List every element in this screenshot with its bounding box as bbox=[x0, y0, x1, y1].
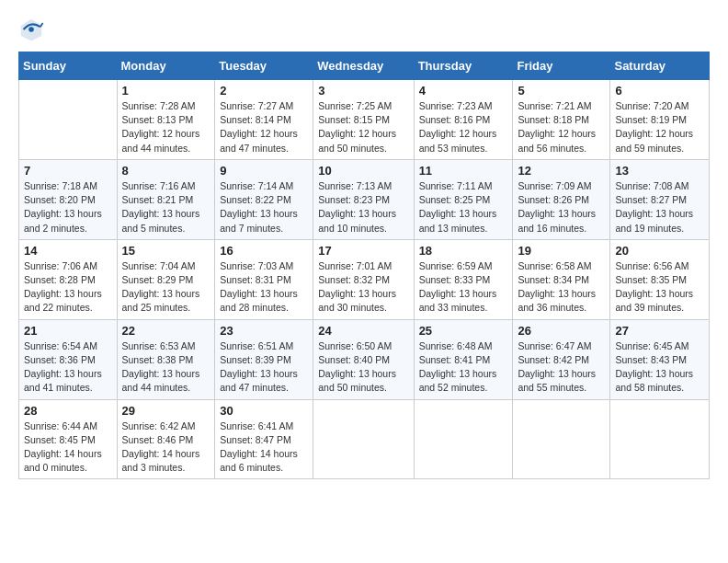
calendar-cell: 12Sunrise: 7:09 AM Sunset: 8:26 PM Dayli… bbox=[513, 159, 610, 239]
calendar-cell bbox=[513, 399, 610, 479]
logo bbox=[18, 17, 48, 42]
day-info: Sunrise: 7:27 AM Sunset: 8:14 PM Dayligh… bbox=[220, 99, 308, 155]
calendar-cell: 7Sunrise: 7:18 AM Sunset: 8:20 PM Daylig… bbox=[19, 159, 118, 239]
day-number: 16 bbox=[220, 244, 308, 258]
day-info: Sunrise: 7:14 AM Sunset: 8:22 PM Dayligh… bbox=[220, 179, 308, 236]
calendar-header-tuesday: Tuesday bbox=[215, 52, 313, 80]
calendar-cell: 21Sunrise: 6:54 AM Sunset: 8:36 PM Dayli… bbox=[19, 319, 118, 399]
calendar-cell: 8Sunrise: 7:16 AM Sunset: 8:21 PM Daylig… bbox=[117, 159, 215, 239]
day-number: 3 bbox=[318, 84, 408, 98]
day-number: 6 bbox=[615, 84, 704, 98]
day-number: 9 bbox=[220, 164, 308, 178]
day-info: Sunrise: 6:44 AM Sunset: 8:45 PM Dayligh… bbox=[24, 419, 112, 476]
day-info: Sunrise: 7:03 AM Sunset: 8:31 PM Dayligh… bbox=[220, 259, 308, 316]
calendar-header-saturday: Saturday bbox=[610, 52, 710, 80]
day-number: 25 bbox=[419, 324, 508, 338]
calendar-cell: 10Sunrise: 7:13 AM Sunset: 8:23 PM Dayli… bbox=[313, 159, 414, 239]
calendar-header-row: SundayMondayTuesdayWednesdayThursdayFrid… bbox=[19, 52, 710, 80]
day-number: 27 bbox=[615, 324, 704, 338]
calendar-cell: 1Sunrise: 7:28 AM Sunset: 8:13 PM Daylig… bbox=[117, 80, 215, 160]
header bbox=[18, 17, 710, 42]
day-info: Sunrise: 7:09 AM Sunset: 8:26 PM Dayligh… bbox=[518, 179, 605, 236]
calendar-header-wednesday: Wednesday bbox=[313, 52, 414, 80]
day-info: Sunrise: 7:01 AM Sunset: 8:32 PM Dayligh… bbox=[318, 259, 408, 316]
calendar-cell: 16Sunrise: 7:03 AM Sunset: 8:31 PM Dayli… bbox=[215, 239, 313, 319]
svg-point-1 bbox=[28, 27, 34, 32]
day-info: Sunrise: 7:13 AM Sunset: 8:23 PM Dayligh… bbox=[318, 179, 408, 236]
calendar-cell bbox=[313, 399, 414, 479]
calendar-cell: 13Sunrise: 7:08 AM Sunset: 8:27 PM Dayli… bbox=[610, 159, 710, 239]
calendar-cell: 5Sunrise: 7:21 AM Sunset: 8:18 PM Daylig… bbox=[513, 80, 610, 160]
day-info: Sunrise: 6:53 AM Sunset: 8:38 PM Dayligh… bbox=[122, 339, 210, 396]
calendar-cell: 3Sunrise: 7:25 AM Sunset: 8:15 PM Daylig… bbox=[313, 80, 414, 160]
calendar-cell: 20Sunrise: 6:56 AM Sunset: 8:35 PM Dayli… bbox=[610, 239, 710, 319]
calendar-cell: 6Sunrise: 7:20 AM Sunset: 8:19 PM Daylig… bbox=[610, 80, 710, 160]
calendar-cell: 22Sunrise: 6:53 AM Sunset: 8:38 PM Dayli… bbox=[117, 319, 215, 399]
calendar-cell: 18Sunrise: 6:59 AM Sunset: 8:33 PM Dayli… bbox=[414, 239, 513, 319]
day-number: 22 bbox=[122, 324, 210, 338]
day-number: 15 bbox=[122, 244, 210, 258]
calendar-cell: 11Sunrise: 7:11 AM Sunset: 8:25 PM Dayli… bbox=[414, 159, 513, 239]
day-info: Sunrise: 7:25 AM Sunset: 8:15 PM Dayligh… bbox=[318, 99, 408, 155]
calendar-header-sunday: Sunday bbox=[19, 52, 118, 80]
day-number: 10 bbox=[318, 164, 408, 178]
day-number: 30 bbox=[220, 404, 308, 418]
day-info: Sunrise: 7:11 AM Sunset: 8:25 PM Dayligh… bbox=[419, 179, 508, 236]
calendar-cell: 15Sunrise: 7:04 AM Sunset: 8:29 PM Dayli… bbox=[117, 239, 215, 319]
day-number: 26 bbox=[518, 324, 605, 338]
calendar-header-friday: Friday bbox=[513, 52, 610, 80]
calendar-cell bbox=[610, 399, 710, 479]
day-info: Sunrise: 6:56 AM Sunset: 8:35 PM Dayligh… bbox=[615, 259, 704, 316]
day-info: Sunrise: 7:20 AM Sunset: 8:19 PM Dayligh… bbox=[615, 99, 704, 155]
calendar-cell: 30Sunrise: 6:41 AM Sunset: 8:47 PM Dayli… bbox=[215, 399, 313, 479]
calendar-cell: 14Sunrise: 7:06 AM Sunset: 8:28 PM Dayli… bbox=[19, 239, 118, 319]
day-info: Sunrise: 6:45 AM Sunset: 8:43 PM Dayligh… bbox=[615, 339, 704, 396]
day-info: Sunrise: 7:04 AM Sunset: 8:29 PM Dayligh… bbox=[122, 259, 210, 316]
calendar-cell: 2Sunrise: 7:27 AM Sunset: 8:14 PM Daylig… bbox=[215, 80, 313, 160]
page: SundayMondayTuesdayWednesdayThursdayFrid… bbox=[0, 0, 728, 563]
day-info: Sunrise: 6:58 AM Sunset: 8:34 PM Dayligh… bbox=[518, 259, 605, 316]
day-number: 5 bbox=[518, 84, 605, 98]
day-info: Sunrise: 6:51 AM Sunset: 8:39 PM Dayligh… bbox=[220, 339, 308, 396]
day-number: 2 bbox=[220, 84, 308, 98]
calendar-cell: 25Sunrise: 6:48 AM Sunset: 8:41 PM Dayli… bbox=[414, 319, 513, 399]
day-info: Sunrise: 7:16 AM Sunset: 8:21 PM Dayligh… bbox=[122, 179, 210, 236]
day-number: 20 bbox=[615, 244, 704, 258]
day-number: 23 bbox=[220, 324, 308, 338]
calendar-cell bbox=[19, 80, 118, 160]
day-info: Sunrise: 6:47 AM Sunset: 8:42 PM Dayligh… bbox=[518, 339, 605, 396]
calendar-week-3: 21Sunrise: 6:54 AM Sunset: 8:36 PM Dayli… bbox=[19, 319, 710, 399]
calendar-cell: 27Sunrise: 6:45 AM Sunset: 8:43 PM Dayli… bbox=[610, 319, 710, 399]
day-number: 17 bbox=[318, 244, 408, 258]
logo-icon bbox=[18, 17, 44, 42]
day-number: 12 bbox=[518, 164, 605, 178]
calendar-cell bbox=[414, 399, 513, 479]
calendar-cell: 26Sunrise: 6:47 AM Sunset: 8:42 PM Dayli… bbox=[513, 319, 610, 399]
calendar-cell: 19Sunrise: 6:58 AM Sunset: 8:34 PM Dayli… bbox=[513, 239, 610, 319]
day-number: 1 bbox=[122, 84, 210, 98]
calendar-header-monday: Monday bbox=[117, 52, 215, 80]
day-info: Sunrise: 6:48 AM Sunset: 8:41 PM Dayligh… bbox=[419, 339, 508, 396]
calendar-header-thursday: Thursday bbox=[414, 52, 513, 80]
calendar-cell: 9Sunrise: 7:14 AM Sunset: 8:22 PM Daylig… bbox=[215, 159, 313, 239]
calendar-cell: 23Sunrise: 6:51 AM Sunset: 8:39 PM Dayli… bbox=[215, 319, 313, 399]
day-info: Sunrise: 7:06 AM Sunset: 8:28 PM Dayligh… bbox=[24, 259, 112, 316]
calendar-cell: 28Sunrise: 6:44 AM Sunset: 8:45 PM Dayli… bbox=[19, 399, 118, 479]
calendar-week-4: 28Sunrise: 6:44 AM Sunset: 8:45 PM Dayli… bbox=[19, 399, 710, 479]
day-number: 24 bbox=[318, 324, 408, 338]
day-number: 28 bbox=[24, 404, 112, 418]
day-number: 11 bbox=[419, 164, 508, 178]
day-number: 14 bbox=[24, 244, 112, 258]
day-number: 21 bbox=[24, 324, 112, 338]
day-number: 13 bbox=[615, 164, 704, 178]
day-info: Sunrise: 7:28 AM Sunset: 8:13 PM Dayligh… bbox=[122, 99, 210, 155]
day-info: Sunrise: 7:21 AM Sunset: 8:18 PM Dayligh… bbox=[518, 99, 605, 155]
day-info: Sunrise: 7:18 AM Sunset: 8:20 PM Dayligh… bbox=[24, 179, 112, 236]
calendar-cell: 29Sunrise: 6:42 AM Sunset: 8:46 PM Dayli… bbox=[117, 399, 215, 479]
calendar-table: SundayMondayTuesdayWednesdayThursdayFrid… bbox=[18, 52, 710, 479]
day-info: Sunrise: 6:42 AM Sunset: 8:46 PM Dayligh… bbox=[122, 419, 210, 476]
day-info: Sunrise: 7:23 AM Sunset: 8:16 PM Dayligh… bbox=[419, 99, 508, 155]
calendar-cell: 24Sunrise: 6:50 AM Sunset: 8:40 PM Dayli… bbox=[313, 319, 414, 399]
calendar-week-0: 1Sunrise: 7:28 AM Sunset: 8:13 PM Daylig… bbox=[19, 80, 710, 160]
day-number: 7 bbox=[24, 164, 112, 178]
